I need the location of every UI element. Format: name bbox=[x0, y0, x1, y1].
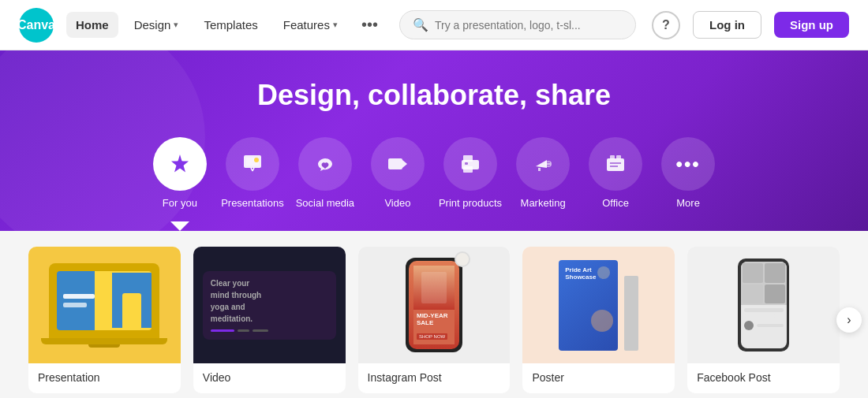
card-facebook[interactable]: Facebook Post bbox=[687, 247, 840, 393]
nav-features[interactable]: Features ▾ bbox=[274, 12, 347, 38]
more-label: More bbox=[676, 197, 700, 209]
svg-rect-11 bbox=[607, 158, 624, 171]
card-instagram[interactable]: MID-YEAR SALE SHOP NOW Instagram Post bbox=[358, 247, 511, 393]
for-you-label: For you bbox=[163, 197, 197, 209]
category-row: For you Presentations bbox=[0, 137, 868, 231]
svg-rect-12 bbox=[610, 155, 615, 159]
print-products-icon-wrap bbox=[443, 137, 497, 191]
card-presentation-image bbox=[28, 247, 181, 363]
nav-home[interactable]: Home bbox=[66, 12, 118, 38]
print-products-label: Print products bbox=[439, 197, 502, 209]
nav-design[interactable]: Design ▾ bbox=[125, 12, 189, 38]
category-presentations[interactable]: Presentations bbox=[221, 137, 284, 231]
card-video[interactable]: Clear your mind through yoga and meditat… bbox=[193, 247, 346, 393]
nav-templates[interactable]: Templates bbox=[194, 12, 267, 38]
marketing-icon-wrap bbox=[516, 137, 570, 191]
cards-section: Presentation Clear your mind through yog… bbox=[0, 231, 868, 398]
video-icon-wrap bbox=[371, 137, 425, 191]
logo-text: Canva bbox=[17, 18, 55, 32]
card-instagram-label: Instagram Post bbox=[358, 363, 511, 393]
card-facebook-image bbox=[687, 247, 840, 363]
search-input[interactable] bbox=[435, 19, 623, 32]
card-poster[interactable]: Pride ArtShowcase Poster bbox=[522, 247, 675, 393]
category-print-products[interactable]: Print products bbox=[439, 137, 502, 231]
svg-point-3 bbox=[254, 158, 259, 162]
category-social-media[interactable]: Social media bbox=[294, 137, 357, 231]
category-more[interactable]: ••• More bbox=[657, 137, 720, 231]
card-poster-label: Poster bbox=[522, 363, 675, 393]
card-video-label: Video bbox=[193, 363, 346, 393]
svg-point-10 bbox=[545, 161, 552, 167]
social-media-label: Social media bbox=[296, 197, 354, 209]
category-for-you[interactable]: For you bbox=[148, 137, 211, 231]
svg-point-0 bbox=[176, 160, 184, 168]
category-video[interactable]: Video bbox=[366, 137, 429, 231]
navbar: Canva Home Design ▾ Templates Features ▾… bbox=[0, 0, 868, 50]
svg-rect-8 bbox=[463, 166, 473, 173]
card-instagram-image: MID-YEAR SALE SHOP NOW bbox=[358, 247, 511, 363]
category-marketing[interactable]: Marketing bbox=[511, 137, 574, 231]
svg-rect-4 bbox=[388, 158, 402, 169]
scroll-right-button[interactable]: › bbox=[836, 307, 862, 333]
card-presentation[interactable]: Presentation bbox=[28, 247, 181, 393]
for-you-arrow bbox=[170, 221, 189, 231]
social-media-icon-wrap bbox=[298, 137, 352, 191]
card-video-image: Clear your mind through yoga and meditat… bbox=[193, 247, 346, 363]
hero-banner: Design, collaborate, share For you bbox=[0, 50, 868, 231]
hero-title: Design, collaborate, share bbox=[0, 79, 868, 112]
presentations-label: Presentations bbox=[221, 197, 284, 209]
svg-rect-9 bbox=[465, 162, 468, 165]
card-presentation-label: Presentation bbox=[28, 363, 181, 393]
office-label: Office bbox=[602, 197, 629, 209]
search-icon: 🔍 bbox=[413, 17, 428, 32]
design-chevron: ▾ bbox=[174, 20, 178, 30]
search-bar[interactable]: 🔍 bbox=[399, 10, 636, 39]
nav-more-dots[interactable]: ••• bbox=[354, 9, 386, 40]
features-chevron: ▾ bbox=[333, 20, 338, 30]
canva-logo[interactable]: Canva bbox=[19, 8, 54, 43]
video-label: Video bbox=[384, 197, 410, 209]
more-icon-wrap: ••• bbox=[661, 137, 715, 191]
marketing-label: Marketing bbox=[521, 197, 566, 209]
category-office[interactable]: Office bbox=[584, 137, 647, 231]
svg-rect-13 bbox=[616, 155, 621, 159]
svg-marker-5 bbox=[402, 160, 407, 168]
login-button[interactable]: Log in bbox=[693, 11, 761, 39]
presentations-icon-wrap bbox=[226, 137, 279, 191]
signup-button[interactable]: Sign up bbox=[774, 12, 849, 38]
office-icon-wrap bbox=[589, 137, 642, 191]
for-you-icon-wrap bbox=[153, 137, 207, 191]
card-facebook-label: Facebook Post bbox=[687, 363, 840, 393]
card-poster-image: Pride ArtShowcase bbox=[522, 247, 675, 363]
help-button[interactable]: ? bbox=[652, 11, 680, 39]
